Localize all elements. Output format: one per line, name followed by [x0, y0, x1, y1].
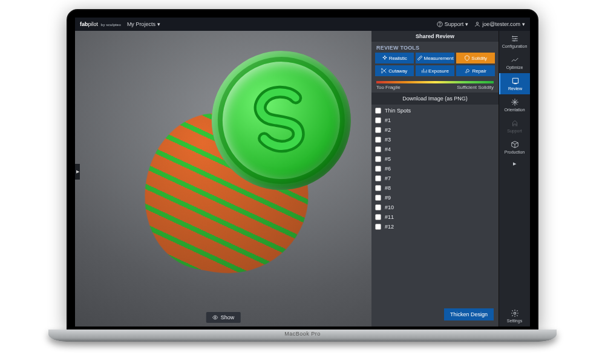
- checkbox[interactable]: [375, 117, 381, 123]
- ruler-icon: [417, 55, 423, 61]
- right-column: Shared Review REVIEW TOOLS RealisticMeas…: [371, 31, 530, 327]
- sidebar-label: Configuration: [502, 44, 528, 48]
- my-projects-menu[interactable]: My Projects ▾: [127, 21, 160, 27]
- svg-point-2: [477, 22, 479, 24]
- checkbox[interactable]: [375, 204, 381, 210]
- sidebar-label: Production: [505, 150, 525, 154]
- sidebar-item-review[interactable]: Review: [499, 73, 530, 94]
- download-image-button[interactable]: Download Image (as PNG): [371, 93, 499, 105]
- sidebar-item-production[interactable]: Production: [499, 137, 530, 158]
- svg-point-1: [439, 25, 440, 26]
- wrench-icon: [465, 68, 471, 74]
- scale-low: Too Fragile: [376, 85, 401, 90]
- laptop-base: MacBook Pro: [48, 330, 557, 342]
- user-menu[interactable]: joe@tester.com ▾: [474, 21, 525, 27]
- sidebar-item-configuration[interactable]: Configuration: [499, 31, 530, 52]
- user-icon: [474, 21, 480, 27]
- shield-icon: [464, 55, 470, 61]
- logo-bold: fab: [80, 21, 88, 27]
- list-item-label: #3: [385, 137, 391, 143]
- list-item-label: #7: [385, 175, 391, 181]
- checkbox[interactable]: [375, 185, 381, 191]
- checkbox[interactable]: [375, 195, 381, 201]
- viewport-3d[interactable]: ▶ Show: [75, 31, 371, 327]
- chevron-down-icon: ▾: [465, 21, 468, 27]
- model-render: [110, 34, 379, 312]
- checkbox[interactable]: [375, 175, 381, 181]
- review-panel: Shared Review REVIEW TOOLS RealisticMeas…: [371, 31, 499, 327]
- scissors-icon: [381, 68, 387, 74]
- panel-header: Shared Review: [371, 31, 499, 42]
- chevron-right-icon: ▶: [76, 169, 79, 174]
- scale-labels: Too Fragile Sufficient Solidity: [371, 85, 499, 93]
- list-item[interactable]: #3: [375, 135, 495, 145]
- settings-label: Settings: [507, 319, 522, 323]
- tool-grid: RealisticMeasurementSolidityCutawayExpos…: [371, 53, 499, 80]
- list-item-label: #10: [385, 204, 394, 210]
- sidebar-item-support: Support: [499, 115, 530, 137]
- sidebar-item-settings[interactable]: Settings: [499, 305, 530, 327]
- solidity-scale: [376, 81, 494, 83]
- panel-expand-handle[interactable]: ▶: [75, 164, 80, 180]
- my-projects-label: My Projects: [127, 21, 155, 27]
- main-area: ▶ Show: [75, 31, 530, 327]
- chevron-down-icon: ▾: [522, 21, 525, 27]
- checkbox[interactable]: [375, 127, 381, 133]
- checkbox[interactable]: [375, 137, 381, 143]
- review-icon: [511, 77, 520, 85]
- support-menu[interactable]: Support ▾: [437, 21, 469, 27]
- optimize-icon: [511, 56, 519, 64]
- list-header-row[interactable]: Thin Spots: [375, 106, 495, 115]
- list-item-label: #12: [385, 224, 394, 230]
- list-item[interactable]: #9: [375, 193, 495, 203]
- list-item-label: #8: [385, 185, 391, 191]
- checkbox[interactable]: [375, 214, 381, 220]
- eye-icon: [212, 314, 218, 320]
- list-item-label: #1: [385, 117, 391, 123]
- show-button[interactable]: Show: [206, 312, 241, 323]
- logo-thin: pilot: [88, 21, 99, 27]
- list-item[interactable]: #6: [375, 164, 495, 174]
- list-item[interactable]: #4: [375, 145, 495, 154]
- sidebar-item-orientation[interactable]: Orientation: [499, 94, 530, 115]
- checkbox[interactable]: [375, 224, 381, 230]
- thin-spots-list: Thin Spots #1#2#3#4#5#6#7#8#9#10#11#12: [371, 105, 499, 305]
- checkbox[interactable]: [375, 146, 381, 152]
- checkbox[interactable]: [375, 156, 381, 162]
- orientation-icon: [511, 98, 519, 106]
- laptop-label: MacBook Pro: [48, 331, 557, 337]
- list-item-label: #9: [385, 195, 391, 201]
- list-item[interactable]: #1: [375, 115, 495, 125]
- sidebar-label: Support: [507, 129, 522, 133]
- list-item[interactable]: #5: [375, 154, 495, 164]
- svg-point-3: [214, 317, 216, 319]
- thicken-design-button[interactable]: Thicken Design: [444, 308, 494, 320]
- list-item[interactable]: #11: [375, 212, 495, 222]
- list-item[interactable]: #7: [375, 174, 495, 183]
- list-item-label: #5: [385, 156, 391, 162]
- tool-cutaway[interactable]: Cutaway: [375, 65, 414, 76]
- tool-realistic[interactable]: Realistic: [375, 53, 414, 63]
- list-item[interactable]: #8: [375, 183, 495, 193]
- help-icon: [437, 21, 443, 27]
- list-item-label: #2: [385, 127, 391, 133]
- list-item-label: #11: [385, 214, 394, 220]
- tool-repair[interactable]: Repair: [456, 65, 495, 76]
- sidebar-expand[interactable]: ▶: [499, 158, 530, 170]
- tool-solidity[interactable]: Solidity: [456, 53, 495, 63]
- list-item[interactable]: #10: [375, 203, 495, 212]
- checkbox[interactable]: [375, 166, 381, 172]
- checkbox-all[interactable]: [375, 108, 381, 114]
- laptop-frame: fabpilot by sculpteo My Projects ▾ Suppo…: [67, 9, 538, 330]
- tool-exposure[interactable]: Exposure: [416, 65, 455, 76]
- gear-icon: [511, 309, 519, 317]
- list-item[interactable]: #2: [375, 125, 495, 135]
- list-item[interactable]: #12: [375, 222, 495, 232]
- tool-measurement[interactable]: Measurement: [416, 53, 455, 63]
- sidebar-item-optimize[interactable]: Optimize: [499, 52, 530, 73]
- list-item-label: #6: [385, 166, 391, 172]
- user-email: joe@tester.com: [482, 21, 520, 27]
- sidebar-label: Review: [508, 86, 522, 91]
- configuration-icon: [511, 34, 519, 43]
- support-label: Support: [445, 21, 464, 27]
